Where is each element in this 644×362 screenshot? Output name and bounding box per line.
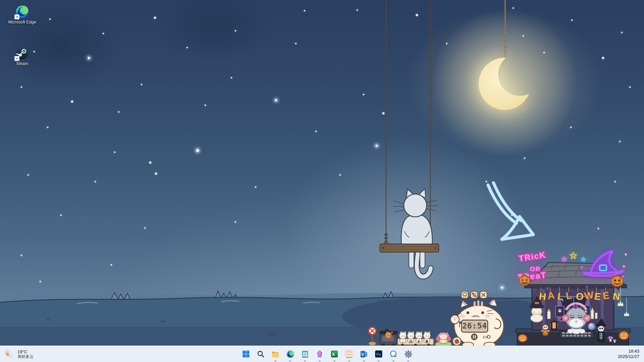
pause-button[interactable] [471, 334, 478, 340]
running-indicator [363, 360, 365, 361]
halloween-banner-letter: E [594, 291, 601, 302]
jack-o-lantern [619, 331, 629, 340]
train-toggle-button[interactable] [461, 291, 468, 298]
desktop-icon-label: Steam [8, 61, 36, 66]
cat-train-art: ♪ [364, 326, 453, 349]
notepad-icon [301, 350, 309, 358]
desktop-icon-steam[interactable]: Steam [8, 46, 36, 66]
taskbar: 19°C 局部多云 [0, 346, 644, 362]
svg-text:♪: ♪ [402, 340, 404, 343]
windows-logo-icon [242, 350, 250, 358]
weather-condition: 局部多云 [17, 354, 34, 359]
crystal-icon [316, 350, 324, 358]
svg-text:V: V [361, 352, 364, 357]
running-indicator [348, 360, 350, 361]
running-indicator [304, 360, 306, 361]
pause-cat[interactable] [408, 331, 415, 343]
settings-button[interactable] [401, 346, 416, 362]
notepad-button[interactable] [298, 346, 312, 362]
halloween-art: TRicK OR TReaT ★ ★ ★ [513, 247, 633, 352]
halloween-banner-letter: N [612, 291, 621, 302]
playlist-cat[interactable]: ♪ [399, 331, 407, 343]
chat-bubble-icon [389, 350, 398, 358]
crystal-app-button[interactable] [312, 346, 327, 362]
start-button[interactable] [238, 346, 253, 362]
neon-star-pink-icon: ★ [561, 256, 567, 262]
excel-icon: X [330, 350, 338, 358]
gear-icon [404, 350, 413, 358]
cross-decoration: + [546, 286, 549, 291]
photoshop-button[interactable]: Ps [371, 346, 386, 362]
halloween-banner-letter: O [575, 291, 584, 302]
desktop-icon-edge[interactable]: Microsoft Edge [8, 5, 36, 25]
edge-button[interactable] [283, 346, 298, 362]
shortcut-arrow-icon [14, 56, 19, 61]
shortcut-arrow-icon [14, 14, 19, 19]
folder-icon [271, 350, 280, 358]
weather-moon-cloud-icon [4, 349, 15, 359]
svg-text:★: ★ [537, 310, 541, 315]
running-indicator [333, 360, 335, 361]
taskbar-clock[interactable]: 18:43 2025/11/27 [613, 346, 644, 362]
steam-icon [15, 46, 29, 60]
jack-o-lantern [518, 335, 527, 342]
running-indicator [378, 360, 380, 361]
svg-text:Ps: Ps [376, 352, 381, 356]
neon-star-yellow-icon: ★ [570, 251, 577, 260]
halloween-widget[interactable]: TRicK OR TReaT ★ ★ ★ [513, 247, 633, 352]
swing-cat [380, 0, 439, 277]
cat-app-icon [345, 350, 354, 358]
running-indicator [407, 360, 409, 361]
search-button[interactable] [253, 346, 268, 362]
arrow-annotation [488, 183, 533, 239]
cat-train-widget[interactable]: ♪ [364, 326, 453, 349]
taskbar-weather-widget[interactable]: 19°C 局部多云 [0, 346, 38, 362]
train-engine [379, 328, 398, 347]
desktop-icon-label: Microsoft Edge [8, 20, 36, 25]
play-cat[interactable] [416, 331, 423, 343]
halloween-banner-letter: H [538, 291, 547, 302]
excel-button[interactable]: X [327, 346, 342, 362]
visio-button[interactable]: V [357, 346, 371, 362]
close-sign[interactable] [369, 327, 376, 346]
neon-star-cyan-icon: ★ [581, 256, 586, 262]
timer-display: 26:54 [462, 320, 488, 332]
edge-icon [286, 350, 294, 358]
neon-trick-text: TRicK [518, 250, 547, 263]
file-explorer-button[interactable] [268, 346, 283, 362]
running-indicator [319, 360, 321, 361]
halloween-banner-letter: A [547, 290, 555, 301]
stop-cat[interactable] [424, 331, 431, 343]
photoshop-icon: Ps [375, 350, 383, 358]
desktop: Microsoft Edge Steam [0, 0, 644, 362]
taskbar-center: X V [238, 346, 416, 362]
cross-decoration: + [586, 284, 588, 290]
cat-app-button[interactable] [342, 346, 357, 362]
hanging-moon [479, 0, 531, 110]
running-indicator [392, 360, 394, 361]
halloween-banner-letter: W [584, 289, 594, 301]
chat-app-button[interactable] [386, 346, 401, 362]
search-icon [257, 350, 265, 358]
edge-icon [15, 5, 29, 19]
svg-text:★: ★ [532, 310, 536, 315]
pomodoro-cat-widget[interactable]: 26:54 1/3 [449, 287, 509, 347]
visio-icon: V [360, 350, 368, 358]
weather-temp: 19°C [17, 349, 34, 354]
expand-button[interactable] [471, 291, 478, 298]
timer-time: 26:54 [462, 321, 487, 330]
tray-time: 18:43 [628, 349, 639, 354]
listener-cat[interactable] [435, 333, 451, 347]
close-button[interactable] [480, 291, 487, 298]
running-indicator [289, 360, 291, 361]
tomato-badge[interactable] [453, 337, 461, 346]
tray-date: 2025/11/27 [618, 354, 639, 359]
svg-text:X: X [332, 352, 335, 357]
pomodoro-cat-art: 26:54 1/3 [449, 287, 509, 347]
running-indicator [274, 360, 276, 361]
